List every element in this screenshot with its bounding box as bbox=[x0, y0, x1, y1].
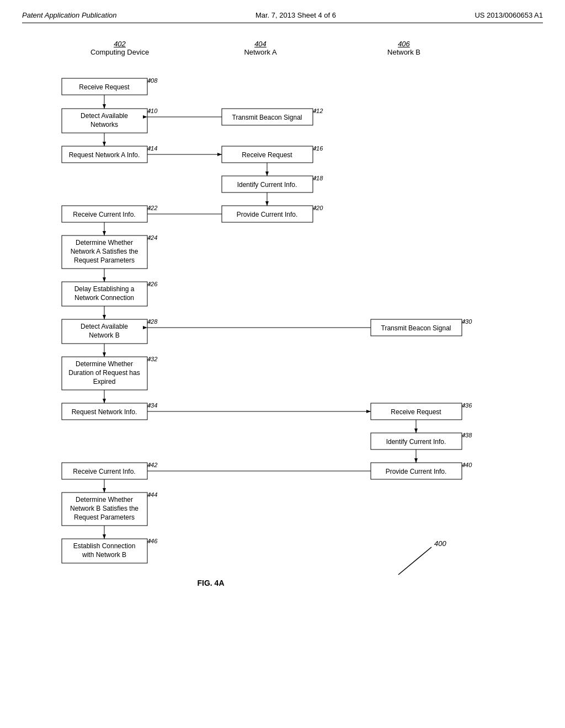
svg-text:Provide Current Info.: Provide Current Info. bbox=[237, 211, 298, 218]
svg-text:412: 412 bbox=[313, 108, 323, 114]
svg-text:Request Network Info.: Request Network Info. bbox=[72, 408, 137, 416]
svg-text:Delay Establishing a: Delay Establishing a bbox=[74, 285, 135, 293]
svg-text:Transmit Beacon Signal: Transmit Beacon Signal bbox=[232, 114, 302, 121]
svg-text:Transmit Beacon Signal: Transmit Beacon Signal bbox=[381, 324, 451, 332]
svg-text:Establish Connection: Establish Connection bbox=[73, 542, 136, 550]
svg-text:436: 436 bbox=[462, 402, 472, 409]
svg-text:432: 432 bbox=[147, 356, 157, 362]
col-header-406: 406 Network B bbox=[371, 40, 437, 56]
svg-text:Network B: Network B bbox=[89, 331, 119, 339]
svg-text:Network B Satisfies the: Network B Satisfies the bbox=[70, 505, 138, 512]
svg-text:Receive Current Info.: Receive Current Info. bbox=[73, 211, 135, 218]
svg-text:Network Connection: Network Connection bbox=[74, 294, 134, 302]
svg-text:416: 416 bbox=[313, 145, 323, 152]
svg-text:434: 434 bbox=[147, 402, 157, 409]
svg-text:Determine Whether: Determine Whether bbox=[76, 360, 133, 368]
svg-text:420: 420 bbox=[313, 205, 323, 211]
diagram-wrapper: 402 Computing Device 404 Network A 406 N… bbox=[45, 40, 520, 657]
svg-text:418: 418 bbox=[313, 175, 323, 181]
diagram-canvas: Receive Request 408 Detect Available Net… bbox=[45, 73, 520, 657]
diagram-svg: Receive Request 408 Detect Available Net… bbox=[45, 73, 520, 657]
svg-text:Detect Available: Detect Available bbox=[81, 323, 128, 330]
svg-text:422: 422 bbox=[147, 205, 157, 211]
svg-text:Identify Current Info.: Identify Current Info. bbox=[237, 181, 297, 189]
svg-text:446: 446 bbox=[147, 538, 158, 544]
svg-text:440: 440 bbox=[462, 462, 472, 468]
svg-text:Request Network A Info.: Request Network A Info. bbox=[69, 151, 140, 159]
col-header-404: 404 Network A bbox=[227, 40, 294, 56]
col-header-402: 402 Computing Device bbox=[76, 40, 164, 56]
svg-text:444: 444 bbox=[147, 491, 157, 498]
svg-text:Expired: Expired bbox=[93, 378, 116, 386]
svg-text:400: 400 bbox=[434, 539, 446, 548]
svg-text:428: 428 bbox=[147, 318, 158, 325]
svg-text:Receive Request: Receive Request bbox=[391, 408, 441, 416]
svg-text:430: 430 bbox=[462, 318, 472, 325]
svg-text:Determine Whether: Determine Whether bbox=[76, 496, 133, 504]
svg-text:Provide Current Info.: Provide Current Info. bbox=[386, 468, 447, 475]
svg-text:408: 408 bbox=[147, 77, 158, 84]
header-right: US 2013/0060653 A1 bbox=[475, 11, 543, 19]
header-left: Patent Application Publication bbox=[22, 11, 117, 19]
svg-text:414: 414 bbox=[147, 145, 157, 152]
svg-text:424: 424 bbox=[147, 234, 157, 241]
svg-text:Receive Current Info.: Receive Current Info. bbox=[73, 468, 135, 475]
svg-text:442: 442 bbox=[147, 462, 157, 468]
svg-text:Receive Request: Receive Request bbox=[242, 151, 292, 159]
header: Patent Application Publication Mar. 7, 2… bbox=[22, 11, 543, 23]
svg-text:Identify Current Info.: Identify Current Info. bbox=[386, 438, 446, 446]
svg-text:Receive Request: Receive Request bbox=[79, 83, 130, 91]
svg-text:Request Parameters: Request Parameters bbox=[74, 513, 135, 521]
header-center: Mar. 7, 2013 Sheet 4 of 6 bbox=[255, 11, 336, 19]
svg-text:Duration of Request has: Duration of Request has bbox=[68, 369, 140, 377]
svg-line-91 bbox=[398, 547, 431, 575]
svg-text:426: 426 bbox=[147, 281, 158, 287]
svg-text:FIG. 4A: FIG. 4A bbox=[197, 579, 224, 587]
svg-text:Request Parameters: Request Parameters bbox=[74, 256, 135, 264]
svg-text:Determine Whether: Determine Whether bbox=[76, 239, 133, 247]
svg-text:438: 438 bbox=[462, 432, 472, 438]
svg-text:with Network B: with Network B bbox=[82, 551, 126, 559]
svg-text:Network A Satisfies the: Network A Satisfies the bbox=[71, 248, 138, 255]
svg-text:410: 410 bbox=[147, 108, 158, 114]
svg-text:Networks: Networks bbox=[90, 121, 118, 129]
page: Patent Application Publication Mar. 7, 2… bbox=[0, 0, 565, 728]
svg-text:Detect Available: Detect Available bbox=[81, 112, 128, 120]
